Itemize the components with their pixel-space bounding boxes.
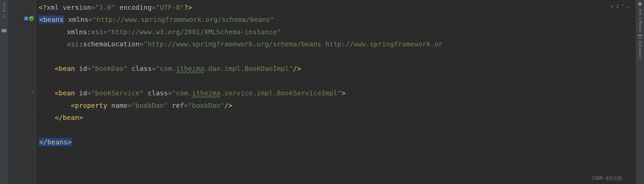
code-line xyxy=(39,50,636,63)
indent xyxy=(39,113,55,122)
code-line: </beans> xyxy=(39,136,636,148)
tag-name: bean xyxy=(63,113,79,122)
attr: schemaLocation xyxy=(83,40,140,48)
next-highlight-icon[interactable]: ⌄ xyxy=(627,3,630,9)
check-icon: ✔ xyxy=(610,3,613,9)
tag-close: /> xyxy=(293,64,301,73)
database-icon xyxy=(638,34,642,38)
attr-val: "com. xyxy=(172,89,192,97)
code-line: <beans xmlns="http://www.springframework… xyxy=(39,13,636,26)
attr: xmlns xyxy=(68,15,88,24)
svg-point-3 xyxy=(638,35,642,36)
bean-icon[interactable] xyxy=(24,16,29,21)
pi-target: xml xyxy=(47,3,63,11)
svg-point-2 xyxy=(638,2,642,6)
sp xyxy=(168,101,172,109)
attr-val: "http://www.springframework.org/schema/b… xyxy=(144,40,442,48)
code-line: <bean id="bookService" class="com.itheim… xyxy=(39,87,636,99)
prev-highlight-icon[interactable]: ⌃ xyxy=(622,3,624,9)
attr-val: "http://www.springframework.org/schema/b… xyxy=(93,15,274,24)
attr-val: .dao.impl.BookDaoImpl" xyxy=(204,64,293,73)
attr-val: "bookService" xyxy=(91,89,144,97)
eq: = xyxy=(91,3,95,11)
tag-name: bean xyxy=(59,89,79,97)
eq: = xyxy=(103,28,107,36)
attr-val: .service.impl.BookServiceImpl" xyxy=(220,89,341,97)
attr-val-typo: itheima xyxy=(192,89,220,97)
attr: encoding xyxy=(119,3,152,11)
eq: = xyxy=(127,101,131,109)
tag-name: property xyxy=(75,101,111,109)
code-editor[interactable]: <?xml version="1.0" encoding="UTF-8"?> <… xyxy=(36,0,636,184)
tag-close: /> xyxy=(224,101,232,109)
indent xyxy=(39,40,67,48)
tag-close: > xyxy=(341,89,345,97)
sp xyxy=(64,15,68,24)
eq: = xyxy=(87,89,91,97)
right-tool-sidebar: Ant m Maven Database xyxy=(636,0,644,184)
attr-val: "com. xyxy=(156,64,176,73)
tag-close-beans: </beans> xyxy=(39,138,72,146)
left-tool-sidebar: 1: Proj xyxy=(0,0,8,184)
tag-name: bean xyxy=(59,64,79,73)
maven-tool-tab[interactable]: m Maven xyxy=(638,17,642,32)
ns-prefix: xmlns: xyxy=(67,28,91,36)
attr-val: "bookDao" xyxy=(188,101,224,109)
maven-icon: m xyxy=(638,17,642,20)
indent xyxy=(39,89,55,97)
code-line: xsi:schemaLocation="http://www.springfra… xyxy=(39,38,636,50)
watermark: CSDN @见云彩 xyxy=(591,175,623,181)
tag-open: </ xyxy=(55,113,63,122)
indent xyxy=(39,64,55,73)
eq: = xyxy=(87,64,91,73)
folder-icon xyxy=(2,28,6,34)
attr-val: "bookDao" xyxy=(131,101,168,109)
fold-open-icon[interactable]: ⊟ xyxy=(32,17,35,20)
attr: ref xyxy=(172,101,184,109)
svg-rect-1 xyxy=(25,17,28,20)
attr-val: "UTF-8" xyxy=(156,3,184,11)
attr: class xyxy=(148,89,168,97)
colon: : xyxy=(79,40,83,48)
code-line: <property name="bookDao" ref="bookDao"/> xyxy=(39,99,636,112)
code-line: <bean id="bookDao" class="com.itheima.da… xyxy=(39,62,636,75)
attr-val: "bookDao" xyxy=(91,64,127,73)
eq: = xyxy=(152,64,156,73)
project-tool-tab[interactable]: 1: Proj xyxy=(2,3,6,18)
database-tool-tab[interactable]: Database xyxy=(638,34,642,59)
ant-icon xyxy=(638,2,642,6)
fold-open-icon[interactable]: ⊟ xyxy=(32,90,35,94)
eq: = xyxy=(89,15,93,24)
sp xyxy=(127,64,131,73)
inspection-count: 2 xyxy=(616,3,619,9)
tool-tab-label: Maven xyxy=(638,21,642,32)
code-line: </bean> xyxy=(39,111,636,124)
attr: id xyxy=(79,64,87,73)
ns-name: xsi xyxy=(91,28,103,36)
eq: = xyxy=(152,3,156,11)
indent xyxy=(39,101,71,109)
ant-tool-tab[interactable]: Ant xyxy=(638,2,642,15)
attr-val: "http://www.w3.org/2001/XMLSchema-instan… xyxy=(107,28,281,36)
inspection-widget[interactable]: ✔ 2 ⌃ ⌄ xyxy=(608,3,632,9)
attr: id xyxy=(79,89,87,97)
code-line: xmlns:xsi="http://www.w3.org/2001/XMLSch… xyxy=(39,26,636,38)
code-line xyxy=(39,75,636,87)
fold-close-icon[interactable]: ⊢ xyxy=(32,115,35,119)
eq: = xyxy=(184,101,188,109)
sp xyxy=(144,89,148,97)
attr: name xyxy=(111,101,127,109)
fold-close-icon[interactable]: ⊢ xyxy=(32,139,35,143)
attr: version xyxy=(63,3,91,11)
tag-open-beans: <beans xyxy=(39,15,64,24)
tag-open: < xyxy=(55,89,59,97)
tag-open: < xyxy=(71,101,75,109)
code-line xyxy=(39,124,636,136)
pi-close: ?> xyxy=(184,3,192,11)
attr: class xyxy=(131,64,152,73)
eq: = xyxy=(168,89,172,97)
sp xyxy=(115,3,119,11)
pi-open: <? xyxy=(39,3,47,11)
tool-tab-label: Database xyxy=(638,41,642,59)
indent xyxy=(39,28,67,36)
